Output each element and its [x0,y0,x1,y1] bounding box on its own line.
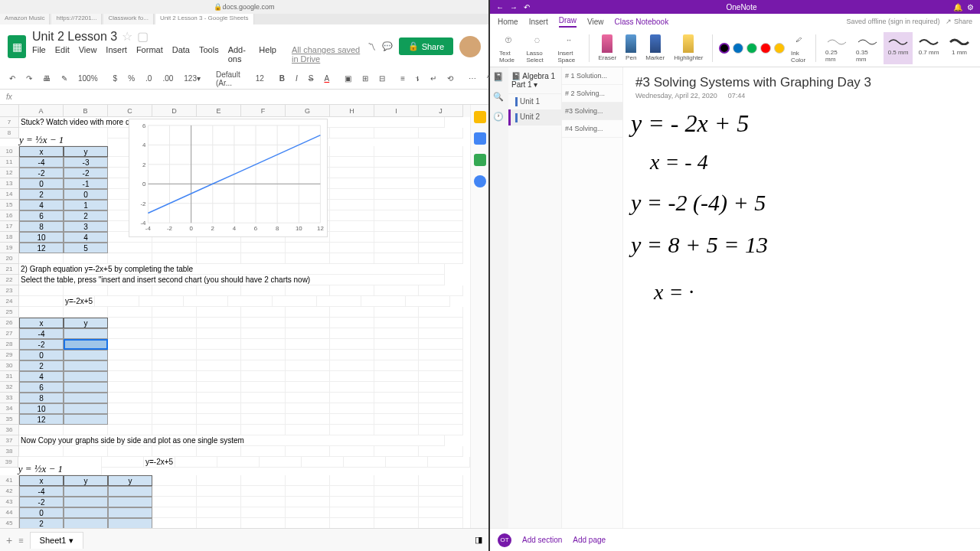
cell[interactable] [197,518,241,528]
cell[interactable]: 12 [19,243,64,253]
lasso-tool[interactable]: ◌Lasso Select [523,31,551,65]
cell[interactable]: -4 [19,328,64,339]
cell[interactable] [330,232,374,243]
cell[interactable] [241,253,286,264]
rotate-icon[interactable]: ⟲ [444,73,456,84]
cell[interactable] [19,296,64,307]
cell[interactable] [330,339,374,350]
cell[interactable] [386,457,428,468]
cell[interactable] [419,318,463,328]
section-item[interactable]: Unit 1 [508,94,561,109]
cell[interactable] [152,497,197,507]
cell[interactable] [64,425,108,435]
row-header[interactable]: 39 [0,457,18,468]
cell[interactable]: 4 [19,371,64,382]
cell[interactable]: 4 [19,200,64,210]
decimal-decrease-icon[interactable]: .0 [142,73,155,84]
all-sheets-icon[interactable]: ≡ [18,536,23,545]
cell[interactable] [286,318,330,328]
cell[interactable]: 2 [19,189,64,200]
ribbon-tab-view[interactable]: View [587,18,604,26]
cell[interactable] [286,371,330,382]
cell[interactable] [419,497,463,507]
cell[interactable] [64,486,108,497]
cell[interactable]: -2 [19,339,64,350]
cell[interactable]: y = ½x − 1 [19,128,108,146]
page-item-active[interactable]: #3 Solving... [562,103,622,120]
cell[interactable]: Now Copy your graphs side by side and pl… [19,435,445,446]
cell[interactable] [108,425,152,435]
cell[interactable] [286,285,330,296]
cell[interactable] [197,307,241,318]
cell[interactable] [108,486,152,497]
share-button[interactable]: 🔒 Share [399,37,453,55]
cell[interactable] [419,328,463,339]
row-header[interactable]: 13 [0,178,19,189]
redo-icon[interactable]: ↷ [23,73,35,84]
cell[interactable] [152,486,197,497]
row-header[interactable]: 17 [0,221,19,232]
cell[interactable]: -4 [19,486,64,497]
cell[interactable] [241,285,286,296]
row-header[interactable]: 28 [0,339,19,350]
pen-tool[interactable]: Pen [622,33,639,63]
add-sheet-icon[interactable]: + [6,534,12,546]
cell[interactable] [64,507,108,518]
cell[interactable] [286,446,330,457]
cell[interactable] [374,221,419,232]
ribbon-tab-insert[interactable]: Insert [529,18,548,26]
cell[interactable]: -2 [19,497,64,507]
row-header[interactable]: 25 [0,307,19,318]
browser-tab-active[interactable]: Unit 2 Lesson 3 - Google Sheets [155,14,254,24]
cell[interactable]: x [19,318,64,328]
cell[interactable]: 1 [64,200,108,210]
cell[interactable] [241,414,286,425]
cell[interactable] [374,168,419,178]
row-header[interactable]: 20 [0,253,19,264]
cell[interactable] [241,393,286,403]
cell[interactable] [152,285,197,296]
cell[interactable] [273,296,317,307]
cell[interactable] [330,360,374,371]
cell[interactable]: x [19,475,64,486]
cell[interactable] [419,178,463,189]
cell[interactable] [95,296,139,307]
cell[interactable] [419,210,463,221]
cell[interactable] [197,339,241,350]
cell[interactable] [419,128,463,139]
cell[interactable] [197,393,241,403]
cell[interactable] [330,318,374,328]
cell[interactable] [19,446,64,457]
color-black[interactable] [719,43,730,54]
cell[interactable] [330,328,374,339]
cell[interactable] [64,382,108,393]
cell[interactable] [108,339,152,350]
notebooks-icon[interactable]: 📓 [493,72,505,84]
cell[interactable] [374,497,419,507]
back-icon[interactable]: ← [496,3,504,11]
color-green[interactable] [746,43,757,54]
cell[interactable] [286,243,330,253]
cell[interactable] [419,403,463,414]
cell[interactable]: -4 [19,157,64,168]
cell[interactable] [374,285,419,296]
cell[interactable] [330,200,374,210]
document-title[interactable]: Unit 2 Lesson 3 [32,30,117,44]
cell[interactable] [419,371,463,382]
menu-insert[interactable]: Insert [106,45,127,64]
cell[interactable] [64,403,108,414]
cell[interactable] [241,360,286,371]
cell[interactable] [330,475,374,486]
color-yellow[interactable] [774,43,785,54]
search-icon[interactable]: 🔍 [493,92,505,104]
cell[interactable] [197,486,241,497]
cell[interactable] [330,307,374,318]
cell[interactable] [108,253,152,264]
cell[interactable] [217,457,260,468]
calendar-icon[interactable] [474,111,486,123]
cell[interactable] [197,403,241,414]
add-page-button[interactable]: Add page [573,536,606,544]
cell[interactable] [374,393,419,403]
color-red[interactable] [760,43,771,54]
cell[interactable] [184,296,228,307]
